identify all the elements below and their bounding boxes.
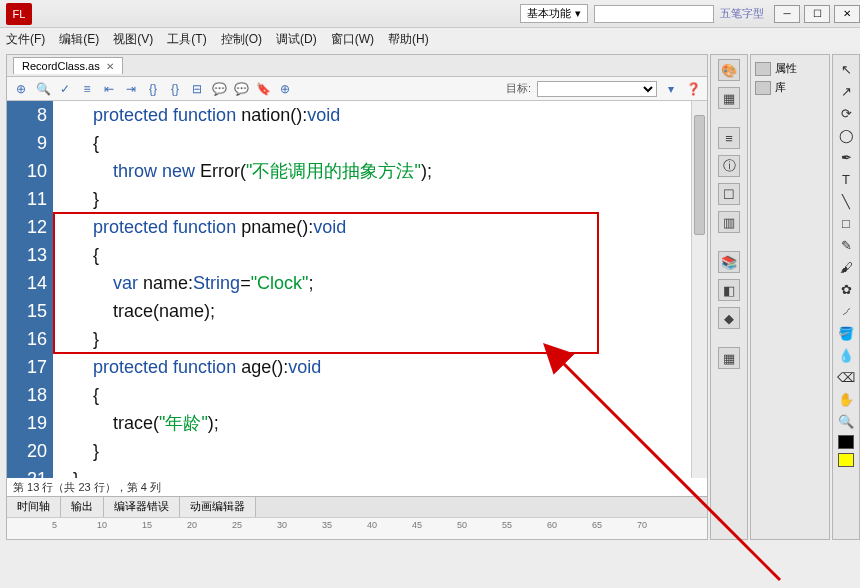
target-select[interactable] [537,81,657,97]
title-bar: FL 基本功能▾ 五笔字型 ─ ☐ ✕ [0,0,860,28]
indent-icon[interactable]: ⇥ [123,81,139,97]
code-line[interactable]: { [53,381,691,409]
fill-color[interactable] [838,453,854,467]
tab-output[interactable]: 输出 [61,497,104,517]
eyedropper-tool-icon[interactable]: 💧 [836,345,856,365]
menu-edit[interactable]: 编辑(E) [59,31,99,48]
close-button[interactable]: ✕ [834,5,860,23]
code-line[interactable]: trace(name); [53,297,691,325]
eraser-tool-icon[interactable]: ⌫ [836,367,856,387]
add-icon[interactable]: ⊕ [13,81,29,97]
outdent-icon[interactable]: ⇤ [101,81,117,97]
line-gutter: 8910111213141516171819202122 [7,101,53,478]
status-bar: 第 13 行（共 23 行），第 4 列 [7,478,707,496]
search-input[interactable] [594,5,714,23]
file-tabbar: RecordClass.as✕ [7,55,707,77]
brush-tool-icon[interactable]: 🖌 [836,257,856,277]
deco-tool-icon[interactable]: ✿ [836,279,856,299]
panel-library[interactable]: 库 [755,78,825,97]
code-line[interactable]: } [53,185,691,213]
comment-icon[interactable]: 💬 [211,81,227,97]
menu-bar: 文件(F) 编辑(E) 视图(V) 工具(T) 控制(O) 调试(D) 窗口(W… [0,28,860,50]
panel-properties[interactable]: 属性 [755,59,825,78]
chevron-down-icon[interactable]: ▾ [663,81,679,97]
menu-view[interactable]: 视图(V) [113,31,153,48]
grid-icon[interactable]: ▦ [718,87,740,109]
transform-icon[interactable]: ☐ [718,183,740,205]
text-tool-icon[interactable]: T [836,169,856,189]
menu-control[interactable]: 控制(O) [221,31,262,48]
tab-compiler-errors[interactable]: 编译器错误 [104,497,180,517]
rect-tool-icon[interactable]: □ [836,213,856,233]
menu-help[interactable]: 帮助(H) [388,31,429,48]
lasso-tool-icon[interactable]: ◯ [836,125,856,145]
collapse-icon[interactable]: ⊟ [189,81,205,97]
menu-window[interactable]: 窗口(W) [331,31,374,48]
transform-tool-icon[interactable]: ⟳ [836,103,856,123]
tab-timeline[interactable]: 时间轴 [7,497,61,517]
bottom-tabs: 时间轴 输出 编译器错误 动画编辑器 [7,497,707,517]
panel7-icon[interactable]: ◧ [718,279,740,301]
close-icon[interactable]: ✕ [106,61,114,72]
menu-file[interactable]: 文件(F) [6,31,45,48]
help2-icon[interactable]: ❓ [685,81,701,97]
panel5-icon[interactable]: ▥ [718,211,740,233]
file-tab[interactable]: RecordClass.as✕ [13,57,123,74]
vertical-scrollbar[interactable] [691,101,707,478]
dock-icon-column: 🎨 ▦ ≡ ⓘ ☐ ▥ 📚 ◧ ◆ ▦ [710,54,748,540]
code-line[interactable]: var name:String="Clock"; [53,269,691,297]
code-line[interactable]: } [53,465,691,478]
brace2-icon[interactable]: {} [167,81,183,97]
find-icon[interactable]: 🔍 [35,81,51,97]
right-dock: 🎨 ▦ ≡ ⓘ ☐ ▥ 📚 ◧ ◆ ▦ 属性 库 ↖ ↗ ⟳ ◯ ✒ T ╲ □ [710,50,860,540]
bone-tool-icon[interactable]: ⟋ [836,301,856,321]
workspace-combo[interactable]: 基本功能▾ [520,4,588,23]
code-line[interactable]: trace("年龄"); [53,409,691,437]
panel-container: 属性 库 [750,54,830,540]
stroke-color[interactable] [838,435,854,449]
menu-tools[interactable]: 工具(T) [167,31,206,48]
swatch-icon[interactable]: 🎨 [718,59,740,81]
bucket-tool-icon[interactable]: 🪣 [836,323,856,343]
code-editor[interactable]: protected function nation():void { throw… [53,101,691,478]
line-tool-icon[interactable]: ╲ [836,191,856,211]
selection-tool-icon[interactable]: ↖ [836,59,856,79]
code-line[interactable]: } [53,325,691,353]
code-line[interactable]: protected function age():void [53,353,691,381]
code-line[interactable]: protected function nation():void [53,101,691,129]
zoom-tool-icon[interactable]: 🔍 [836,411,856,431]
timeline-ruler[interactable]: 510152025303540455055606570 [7,517,707,539]
check-icon[interactable]: ✓ [57,81,73,97]
app-logo-icon: FL [6,3,32,25]
code-line[interactable]: { [53,129,691,157]
pen-tool-icon[interactable]: ✒ [836,147,856,167]
menu-debug[interactable]: 调试(D) [276,31,317,48]
ime-indicator: 五笔字型 [720,6,764,21]
brace-icon[interactable]: {} [145,81,161,97]
align-icon[interactable]: ≡ [718,127,740,149]
panel8-icon[interactable]: ◆ [718,307,740,329]
tab-motion-editor[interactable]: 动画编辑器 [180,497,256,517]
panel9-icon[interactable]: ▦ [718,347,740,369]
code-line[interactable]: throw new Error("不能调用的抽象方法"); [53,157,691,185]
subselect-tool-icon[interactable]: ↗ [836,81,856,101]
help-icon[interactable]: ⊕ [277,81,293,97]
library-icon[interactable]: 📚 [718,251,740,273]
minimize-button[interactable]: ─ [774,5,800,23]
tools-panel: ↖ ↗ ⟳ ◯ ✒ T ╲ □ ✎ 🖌 ✿ ⟋ 🪣 💧 ⌫ ✋ 🔍 [832,54,860,540]
code-toolbar: ⊕ 🔍 ✓ ≡ ⇤ ⇥ {} {} ⊟ 💬 💬 🔖 ⊕ 目标: ▾ ❓ [7,77,707,101]
target-label: 目标: [506,81,531,96]
hand-tool-icon[interactable]: ✋ [836,389,856,409]
uncomment-icon[interactable]: 💬 [233,81,249,97]
code-line[interactable]: } [53,437,691,465]
editor-pane: RecordClass.as✕ ⊕ 🔍 ✓ ≡ ⇤ ⇥ {} {} ⊟ 💬 💬 … [6,54,708,540]
maximize-button[interactable]: ☐ [804,5,830,23]
format-icon[interactable]: ≡ [79,81,95,97]
info-icon[interactable]: ⓘ [718,155,740,177]
code-line[interactable]: protected function pname():void [53,213,691,241]
bookmark-icon[interactable]: 🔖 [255,81,271,97]
code-line[interactable]: { [53,241,691,269]
pencil-tool-icon[interactable]: ✎ [836,235,856,255]
